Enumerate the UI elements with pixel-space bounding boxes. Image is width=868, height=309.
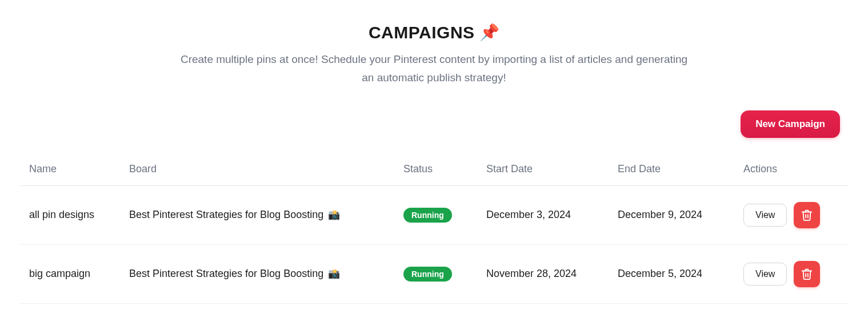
cell-name: all pin designs bbox=[20, 185, 120, 244]
view-button[interactable]: View bbox=[743, 204, 787, 227]
cell-board: Best Pinterest Strategies for Blog Boost… bbox=[129, 209, 385, 221]
page-title-text: CAMPAIGNS bbox=[369, 23, 475, 42]
toolbar: New Campaign bbox=[20, 110, 848, 138]
cell-actions: View bbox=[743, 261, 839, 287]
cell-name: big campaign bbox=[20, 244, 120, 303]
new-campaign-button[interactable]: New Campaign bbox=[741, 110, 840, 138]
status-badge: Running bbox=[403, 208, 452, 223]
column-header-start-date: Start Date bbox=[477, 155, 609, 186]
status-badge: Running bbox=[403, 267, 452, 282]
board-name: Best Pinterest Strategies for Blog Boost… bbox=[129, 209, 323, 221]
page-subtitle: Create multiple pins at once! Schedule y… bbox=[177, 50, 691, 88]
column-header-actions: Actions bbox=[734, 155, 848, 186]
cell-end-date: December 5, 2024 bbox=[609, 244, 734, 303]
pushpin-icon: 📌 bbox=[479, 25, 500, 41]
delete-button[interactable] bbox=[794, 261, 820, 287]
cell-actions: View bbox=[743, 202, 839, 228]
trash-icon bbox=[801, 209, 813, 221]
column-header-board: Board bbox=[120, 155, 394, 186]
cell-end-date: December 9, 2024 bbox=[609, 185, 734, 244]
campaigns-table: Name Board Status Start Date End Date Ac… bbox=[20, 155, 848, 304]
trash-icon bbox=[801, 268, 813, 280]
page-title: CAMPAIGNS 📌 bbox=[369, 23, 499, 42]
view-button[interactable]: View bbox=[743, 263, 787, 286]
column-header-name: Name bbox=[20, 155, 120, 186]
camera-icon: 📸 bbox=[328, 268, 340, 280]
table-row: all pin designs Best Pinterest Strategie… bbox=[20, 185, 848, 244]
cell-start-date: December 3, 2024 bbox=[477, 185, 609, 244]
camera-icon: 📸 bbox=[328, 209, 340, 221]
delete-button[interactable] bbox=[794, 202, 820, 228]
column-header-status: Status bbox=[394, 155, 477, 186]
cell-board: Best Pinterest Strategies for Blog Boost… bbox=[129, 268, 385, 280]
board-name: Best Pinterest Strategies for Blog Boost… bbox=[129, 268, 323, 280]
cell-start-date: November 28, 2024 bbox=[477, 244, 609, 303]
page-header: CAMPAIGNS 📌 Create multiple pins at once… bbox=[20, 23, 848, 88]
table-row: big campaign Best Pinterest Strategies f… bbox=[20, 244, 848, 303]
column-header-end-date: End Date bbox=[609, 155, 734, 186]
